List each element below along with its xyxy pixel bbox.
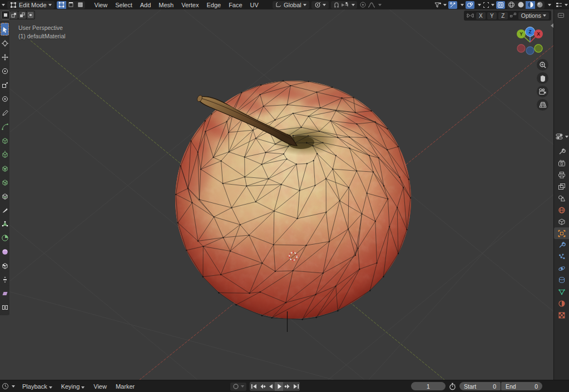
- ortho-toggle-button[interactable]: [537, 99, 548, 111]
- properties-tab-scene[interactable]: [554, 192, 569, 204]
- pivot-point-dropdown[interactable]: [311, 1, 329, 9]
- menu-vertex[interactable]: Vertex: [177, 2, 202, 8]
- auto-keying-toggle[interactable]: [230, 383, 246, 391]
- options-dropdown[interactable]: Options: [518, 12, 549, 19]
- shading-solid-button[interactable]: [516, 1, 526, 9]
- shading-wireframe-button[interactable]: [507, 1, 516, 9]
- properties-tab-view-layer[interactable]: [554, 181, 569, 192]
- tool-edge-slide[interactable]: [1, 259, 9, 272]
- face-select-button[interactable]: [76, 1, 85, 9]
- tool-rip-region[interactable]: [1, 301, 9, 314]
- properties-tab-constraints[interactable]: [554, 274, 569, 286]
- zoom-button[interactable]: [537, 59, 548, 71]
- properties-tab-particles[interactable]: [554, 251, 569, 262]
- tool-cursor[interactable]: [1, 37, 9, 49]
- play-reverse-button[interactable]: [266, 382, 275, 391]
- vertex-select-button[interactable]: [57, 1, 66, 9]
- menu-add[interactable]: Add: [136, 2, 155, 8]
- stopwatch-icon[interactable]: [449, 383, 456, 390]
- properties-tab-tool[interactable]: [554, 146, 569, 157]
- menu-view[interactable]: View: [91, 2, 112, 8]
- shading-rendered-button[interactable]: [535, 1, 545, 9]
- properties-tab-object-data[interactable]: [554, 286, 569, 297]
- tool-select-box[interactable]: [1, 23, 9, 36]
- outliner-filter-icon[interactable]: [557, 12, 565, 20]
- current-frame-field[interactable]: 1: [411, 382, 446, 390]
- menu-face[interactable]: Face: [225, 2, 246, 8]
- properties-tab-physics[interactable]: [554, 262, 569, 274]
- select-extend-button[interactable]: [10, 11, 18, 19]
- menu-mesh[interactable]: Mesh: [155, 2, 177, 8]
- next-keyframe-button[interactable]: [283, 382, 291, 391]
- select-set-button[interactable]: [2, 11, 9, 19]
- camera-view-button[interactable]: [537, 86, 548, 97]
- tool-extrude-region[interactable]: [1, 148, 9, 161]
- tool-inset-faces[interactable]: [1, 162, 9, 175]
- jump-end-button[interactable]: [291, 382, 300, 391]
- tool-knife[interactable]: [1, 204, 9, 216]
- tool-add-cube[interactable]: [1, 134, 9, 147]
- jump-start-button[interactable]: [250, 382, 258, 391]
- select-subtract-button[interactable]: [18, 11, 26, 19]
- navigation-gizmo[interactable]: Y Z X: [513, 24, 547, 58]
- end-frame-field[interactable]: End 0: [501, 382, 542, 390]
- tool-shrink-fatten[interactable]: [1, 273, 9, 286]
- proportional-edit-icon[interactable]: [359, 1, 367, 8]
- outliner-editor-header[interactable]: [554, 0, 569, 9]
- snap-magnet-icon[interactable]: [333, 2, 340, 8]
- pan-button[interactable]: [537, 72, 548, 84]
- timeline-editor-chevron-icon[interactable]: [12, 385, 15, 388]
- properties-tab-world[interactable]: [554, 204, 569, 216]
- tool-measure[interactable]: [1, 120, 9, 133]
- timeline-menu-marker[interactable]: Marker: [112, 383, 138, 390]
- menu-uv[interactable]: UV: [246, 2, 263, 8]
- properties-tab-render[interactable]: [554, 157, 569, 169]
- tool-transform[interactable]: [1, 92, 9, 105]
- snap-symmetry-icon[interactable]: [509, 12, 517, 19]
- timeline-menu-view[interactable]: View: [90, 383, 111, 390]
- tool-scale[interactable]: [1, 78, 9, 91]
- properties-tab-output[interactable]: [554, 169, 569, 181]
- properties-tab-collection[interactable]: [554, 216, 569, 227]
- tool-annotate[interactable]: [1, 106, 9, 119]
- properties-tab-modifiers[interactable]: [554, 239, 569, 251]
- tool-loop-cut[interactable]: [1, 190, 9, 202]
- start-frame-field[interactable]: Start 0: [459, 382, 501, 390]
- menu-select[interactable]: Select: [111, 2, 136, 8]
- timeline-menu-keying[interactable]: Keying: [57, 383, 89, 390]
- tool-poly-build[interactable]: [1, 217, 9, 230]
- select-intersect-button[interactable]: [27, 11, 34, 19]
- tool-rotate[interactable]: [1, 64, 9, 77]
- toggle-xray-button[interactable]: [496, 1, 505, 9]
- mirror-y-button[interactable]: Y: [487, 12, 497, 19]
- shading-chevron-icon[interactable]: [548, 4, 551, 6]
- snap-target-icon[interactable]: [341, 2, 349, 8]
- properties-tab-texture[interactable]: [554, 309, 569, 321]
- properties-tab-object[interactable]: [554, 227, 569, 239]
- tool-bevel[interactable]: [1, 176, 9, 188]
- transform-orientation-dropdown[interactable]: Global: [273, 1, 309, 9]
- menu-edge[interactable]: Edge: [202, 2, 225, 8]
- play-button[interactable]: [275, 382, 283, 391]
- prev-keyframe-button[interactable]: [258, 382, 266, 391]
- visibility-filter-dropdown[interactable]: [434, 2, 447, 8]
- tool-smooth[interactable]: [1, 245, 9, 258]
- mirror-z-button[interactable]: Z: [498, 12, 508, 19]
- timeline-menu-playback[interactable]: Playback: [18, 383, 56, 390]
- xray-frame-dropdown[interactable]: [483, 2, 494, 8]
- falloff-curve-icon[interactable]: [368, 2, 375, 8]
- mirror-butterfly-icon[interactable]: [466, 12, 474, 19]
- tool-move[interactable]: [1, 51, 9, 63]
- edge-select-button[interactable]: [66, 1, 76, 9]
- shading-material-button[interactable]: [526, 1, 535, 9]
- overlays-chevron-icon[interactable]: [478, 4, 481, 6]
- show-overlays-toggle[interactable]: [466, 1, 474, 9]
- show-gizmo-toggle[interactable]: [448, 1, 457, 9]
- mirror-x-button[interactable]: X: [476, 12, 486, 19]
- mode-dropdown[interactable]: Edit Mode: [7, 1, 55, 9]
- gizmo-chevron-icon[interactable]: [461, 4, 464, 6]
- properties-tab-material[interactable]: [554, 297, 569, 309]
- properties-editor-header[interactable]: [556, 133, 568, 140]
- tool-shear[interactable]: [1, 287, 9, 300]
- timeline-editor-icon[interactable]: [2, 383, 9, 390]
